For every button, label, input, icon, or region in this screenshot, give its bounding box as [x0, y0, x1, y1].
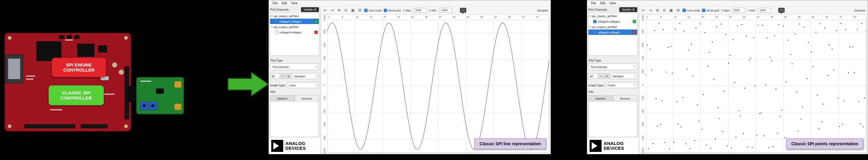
label-line: CLASSIC SPI [49, 90, 104, 95]
zoom-out-icon[interactable]: ⊖ [662, 8, 667, 12]
menu-bar: File Edit View [587, 0, 868, 6]
graph-type-dropdown[interactable]: Points ▾ [605, 82, 637, 88]
plot-type-value: Time Domain [590, 65, 607, 69]
show-grid-checkbox[interactable]: ✓ Show grid [384, 9, 401, 12]
channel-row-classic-voltage[interactable]: ✓ voltage0-voltage1 [588, 19, 637, 24]
tab-devices[interactable]: Devices [613, 95, 638, 101]
zoom-in-icon[interactable]: ⊕ [337, 8, 341, 12]
screenshot-canvas: SPI ENGINE CONTROLLER CLASSIC SPI CONTRO… [0, 0, 868, 160]
y-tick-label: -800 [323, 135, 326, 141]
graph-type-dropdown[interactable]: Lines ▾ [287, 82, 319, 88]
caret-down-icon: ▾ [271, 26, 273, 28]
tab-markers[interactable]: Markers [588, 95, 613, 101]
plot-type-label: Plot Type [269, 57, 320, 63]
channel-enable-checkbox[interactable]: ✓ [275, 20, 278, 23]
chevron-down-icon: ▾ [316, 75, 317, 77]
channel-group-classic[interactable]: ▾ spi_classic_ad7984 [588, 13, 637, 19]
waveform-plot[interactable] [327, 20, 549, 153]
auto-scale-checkbox[interactable]: ✓ Auto scale [683, 9, 700, 12]
decrement-button[interactable]: − [599, 73, 604, 79]
sidebar: Plot Channels Disable All ▾ spi_classic_… [269, 6, 320, 154]
channel-row-engine-voltage[interactable]: voltage0-voltage1 [270, 29, 319, 35]
screenshot-icon[interactable]: ⊞ [357, 8, 362, 12]
pan-right-icon[interactable]: ⇥ [330, 8, 335, 12]
show-grid-checkbox[interactable]: ✓ Show grid [702, 9, 719, 12]
channel-enable-checkbox[interactable]: ✓ [593, 20, 596, 23]
screenshot-icon[interactable]: ⊞ [676, 8, 680, 12]
grid-area: Classic SPI points representation [646, 20, 866, 153]
menu-file[interactable]: File [271, 1, 280, 5]
logo-text: ANALOG [604, 141, 624, 146]
channel-label: voltage0-voltage1 [279, 20, 302, 23]
x-tick-label: 50 [784, 16, 787, 18]
display-icon[interactable] [460, 8, 466, 12]
chevron-down-icon: ▾ [634, 84, 635, 86]
auto-scale-checkbox[interactable]: ✓ Auto scale [364, 9, 382, 12]
silkscreen-mark [65, 39, 73, 41]
x-tick-label: 15 [688, 16, 690, 18]
silkscreen-mark [141, 81, 151, 82]
y-min-input[interactable]: -1000 [439, 8, 453, 12]
pan-left-icon[interactable]: ⇤ [323, 8, 328, 12]
silkscreen-mark [104, 94, 114, 95]
info-label: Info [587, 89, 639, 94]
decrement-button[interactable]: − [281, 73, 285, 79]
terminal-screw [149, 102, 157, 110]
channel-group-engine[interactable]: ▾ spi_engine_ad7984 [270, 24, 319, 29]
x-tick-label: 40 [757, 16, 760, 18]
samples-unit-dropdown[interactable]: Samples ▾ [292, 73, 319, 79]
display-icon[interactable] [778, 8, 784, 12]
channel-row-classic-voltage[interactable]: ✓ voltage0-voltage1 [270, 19, 319, 24]
y-max-input[interactable]: 1000 [414, 8, 427, 12]
channel-group-label: spi_engine_ad7984 [592, 25, 617, 29]
plot-type-value: Time Domain [272, 65, 289, 69]
menu-file[interactable]: File [589, 1, 598, 5]
channel-group-label: spi_classic_ad7984 [592, 15, 617, 18]
channel-enable-checkbox[interactable] [275, 31, 278, 34]
y-tick-label: -400 [323, 109, 326, 114]
waveform-plot[interactable] [646, 20, 866, 153]
analog-devices-logo: ANALOG DEVICES [269, 137, 320, 154]
pan-left-icon[interactable]: ⇤ [641, 8, 646, 12]
adi-triangle-icon [590, 140, 601, 152]
channel-group-label: spi_engine_ad7984 [274, 25, 299, 29]
x-tick-label: 35 [743, 16, 746, 18]
menu-edit[interactable]: Edit [598, 1, 607, 5]
channel-row-engine-voltage[interactable]: ✓ voltage0-voltage1 [588, 29, 637, 35]
x-tick-label: 30 [411, 16, 414, 18]
x-tick-label: 65 [826, 16, 828, 18]
menu-view[interactable]: View [607, 1, 618, 5]
plot-type-dropdown[interactable]: Time Domain ▾ [270, 63, 319, 70]
channel-label: voltage0-voltage1 [279, 31, 302, 34]
samples-unit-dropdown[interactable]: Samples ▾ [610, 73, 637, 79]
increment-button[interactable]: + [604, 73, 609, 79]
x-axis-unit-label: Samples [854, 9, 865, 12]
samples-unit-value: Samples [612, 75, 623, 78]
tab-devices[interactable]: Devices [294, 95, 319, 101]
zoom-fit-icon[interactable]: ▣ [669, 8, 674, 12]
channel-color-chip [314, 31, 318, 34]
zoom-fit-icon[interactable]: ▣ [350, 8, 355, 12]
disable-all-button[interactable]: Disable All [301, 7, 319, 12]
y-tick-label: 200 [323, 69, 326, 74]
increment-button[interactable]: + [286, 73, 291, 79]
pan-right-icon[interactable]: ⇥ [648, 8, 653, 12]
tab-markers[interactable]: Markers [270, 95, 294, 101]
channel-group-classic[interactable]: ▾ spi_classic_ad7984 [270, 13, 319, 19]
zoom-out-icon[interactable]: ⊖ [344, 8, 348, 12]
zoom-in-icon[interactable]: ⊕ [655, 8, 660, 12]
buffer-size-input[interactable]: 80 [588, 73, 598, 79]
plot-type-dropdown[interactable]: Time Domain ▾ [588, 63, 637, 70]
channel-enable-checkbox[interactable]: ✓ [593, 31, 596, 34]
x-tick-label: 55 [798, 16, 801, 18]
menu-view[interactable]: View [289, 1, 300, 5]
channel-group-engine[interactable]: ▾ spi_engine_ad7984 [588, 24, 637, 29]
disable-all-button[interactable]: Disable All [619, 7, 637, 12]
chevron-down-icon: ▾ [634, 75, 635, 77]
adi-triangle-icon [271, 140, 283, 152]
x-tick-label: 15 [370, 16, 372, 18]
menu-edit[interactable]: Edit [280, 1, 289, 5]
buffer-size-input[interactable]: 80 [270, 73, 280, 79]
y-min-input[interactable]: -1000 [757, 8, 771, 12]
y-max-input[interactable]: 1000 [732, 8, 745, 12]
